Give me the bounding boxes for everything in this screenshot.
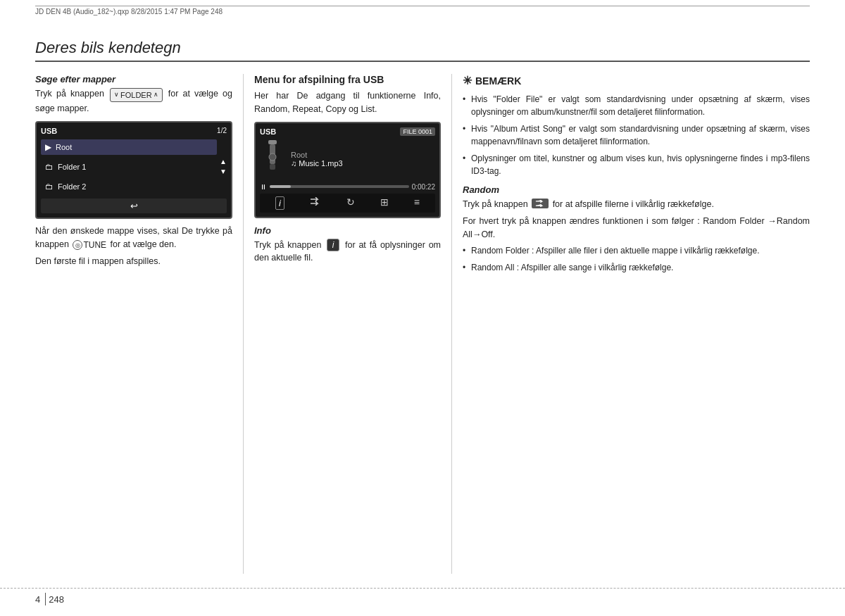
progress-bar-container: ⏸ 0:00:22	[260, 183, 435, 191]
svg-rect-3	[270, 164, 275, 170]
usb-header: USB 1/2	[41, 127, 227, 135]
info-para-text1: Tryk på knappen	[254, 240, 321, 250]
left-para1: Tryk på knappen FOLDER for at vælge og s…	[35, 87, 232, 115]
pause-icon[interactable]: ⏸	[260, 183, 267, 191]
track-active: ♫ Music 1.mp3	[291, 159, 435, 168]
right-column: ✳ BEMÆRK Hvis "Folder File" er valgt som…	[452, 74, 810, 574]
svg-point-2	[269, 153, 276, 161]
info-para: Tryk på knappen i for at få oplysninger …	[254, 239, 441, 265]
usb2-label: USB	[260, 127, 276, 136]
usb2-tracks: Root ♫ Music 1.mp3	[291, 151, 435, 168]
usb-row-folder2[interactable]: 🗀 Folder 2	[41, 179, 217, 194]
left-para2-text2: for at vælge den.	[111, 239, 177, 249]
usb-label: USB	[41, 127, 57, 135]
page-footer: 4 248	[0, 588, 845, 605]
footer-number-1: 4	[35, 594, 40, 605]
file-badge: FILE 0001	[400, 127, 435, 136]
mid-section-title: Menu for afspilning fra USB	[254, 74, 441, 85]
random-section-title: Random	[463, 184, 810, 195]
footer-number-2: 248	[49, 594, 64, 605]
random-para2: For hvert tryk på knappen ændres funktio…	[463, 215, 810, 241]
info-section-title: Info	[254, 225, 441, 236]
header-text: JD DEN 4B (Audio_182~).qxp 8/28/2015 1:4…	[35, 8, 223, 15]
mid-column: Menu for afspilning fra USB Her har De a…	[244, 74, 451, 574]
random-para1-text2: for at afspille filerne i vilkårlig rækk…	[553, 199, 714, 209]
random-bullet-2: Random All : Afspiller alle sange i vilk…	[463, 261, 810, 274]
mid-para1: Her har De adgang til funktionerne Info,…	[254, 89, 441, 116]
usb-row-folder2-label: Folder 2	[58, 182, 86, 191]
info-icon-button[interactable]: i	[327, 239, 339, 251]
left-section-title: Søge efter mapper	[35, 74, 232, 84]
usb-row-folder1-label: Folder 1	[58, 163, 86, 171]
info-ctrl-icon[interactable]: i	[275, 196, 284, 210]
track-name-text: Music 1.mp3	[299, 159, 342, 168]
page-header: JD DEN 4B (Audio_182~).qxp 8/28/2015 1:4…	[35, 6, 810, 15]
left-column: Søge efter mapper Tryk på knappen FOLDER…	[35, 74, 243, 574]
bemærk-header: ✳ BEMÆRK	[463, 74, 810, 87]
usb-row-root[interactable]: ▶ Root	[41, 139, 217, 155]
music-note-icon: ♫	[291, 159, 299, 168]
usb-page-num: 1/2	[217, 127, 227, 134]
left-para1-text1: Tryk på knappen	[35, 89, 104, 99]
folder2-icon: 🗀	[45, 182, 54, 191]
bemærk-bullets: Hvis "Folder File" er valgt som standard…	[463, 93, 810, 177]
track-root: Root	[291, 151, 435, 159]
svg-rect-0	[268, 140, 277, 144]
random-para1: Tryk på knappen for at afspille filerne …	[463, 198, 810, 211]
progress-fill	[270, 185, 291, 188]
time-display: 0:00:22	[412, 183, 435, 191]
usb-screen-2: USB FILE 0001 Root ♫ Music 1.mp3	[254, 122, 441, 218]
list-ctrl-icon[interactable]: ≡	[414, 196, 420, 210]
asterisk-icon: ✳	[463, 74, 472, 87]
folder1-icon: 🗀	[45, 162, 54, 172]
usb-row-root-label: Root	[56, 143, 72, 151]
random-para1-text1: Tryk på knappen	[463, 199, 528, 209]
content-area: Søge efter mapper Tryk på knappen FOLDER…	[35, 74, 810, 574]
tune-label: TUNE	[83, 239, 106, 251]
left-para3: Den første fil i mappen afspilles.	[35, 255, 232, 268]
random-bullet-1: Random Folder : Afspiller alle filer i d…	[463, 244, 810, 257]
random-bullets: Random Folder : Afspiller alle filer i d…	[463, 244, 810, 274]
play-icon: ▶	[45, 142, 51, 152]
random-button-icon[interactable]	[532, 199, 549, 208]
usb2-header: USB FILE 0001	[260, 127, 435, 136]
usb-scroll-area: ▶ Root 🗀 Folder 1 🗀 Folder 2	[41, 138, 217, 196]
usb-screen-1: USB 1/2 ▶ Root 🗀 Folder 1 🗀 Folder 2	[35, 121, 232, 219]
usb-row-folder1[interactable]: 🗀 Folder 1	[41, 159, 217, 175]
usb2-main: Root ♫ Music 1.mp3	[260, 140, 435, 179]
progress-bar	[270, 185, 409, 188]
back-icon[interactable]: ↩	[130, 201, 138, 211]
arrow-down-icon[interactable]: ▼	[220, 167, 227, 177]
left-para2: Når den ønskede mappe vises, skal De try…	[35, 225, 232, 251]
bemærk-bullet-1: Hvis "Folder File" er valgt som standard…	[463, 93, 810, 118]
random-ctrl-icon[interactable]	[310, 196, 321, 210]
repeat-ctrl-icon[interactable]: ↻	[346, 196, 355, 210]
copy-ctrl-icon[interactable]: ⊞	[380, 196, 389, 210]
nav-arrows: ▲ ▼	[220, 138, 227, 196]
usb2-controls: i ↻ ⊞ ≡	[260, 194, 435, 213]
tune-circle-icon: ◎	[73, 240, 82, 250]
footer-divider	[45, 593, 46, 605]
tune-button[interactable]: ◎TUNE	[73, 239, 106, 251]
page-title: Deres bils kendetegn	[35, 39, 810, 62]
folder-button[interactable]: FOLDER	[110, 88, 163, 103]
arrow-up-icon[interactable]: ▲	[220, 157, 227, 167]
usb-rows-container: ▶ Root 🗀 Folder 1 🗀 Folder 2 ▲ ▼	[41, 138, 227, 196]
usb-device-icon	[260, 140, 285, 179]
bemærk-bullet-2: Hvis "Album Artist Song" er valgt som st…	[463, 122, 810, 148]
bemærk-bullet-3: Oplysninger om titel, kunstner og album …	[463, 152, 810, 177]
back-btn-row: ↩	[41, 199, 227, 213]
bemærk-title: BEMÆRK	[475, 75, 521, 87]
title-bar: Deres bils kendetegn	[35, 39, 810, 62]
